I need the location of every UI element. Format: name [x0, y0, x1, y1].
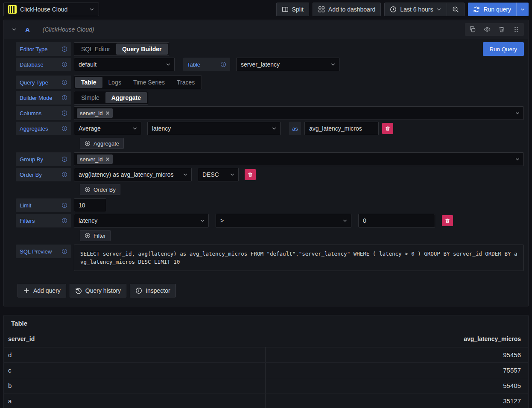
info-icon[interactable] [220, 61, 226, 67]
add-query-button[interactable]: Add query [18, 284, 66, 297]
filters-row: Filters latency > [16, 214, 524, 227]
run-query-label: Run query [483, 6, 511, 13]
table-label: Table [183, 58, 230, 71]
sql-preview-text: SELECT server_id, avg(latency) as avg_la… [74, 245, 524, 271]
info-icon[interactable] [61, 95, 67, 101]
add-aggregate-subrow: Aggregate [80, 138, 524, 149]
chevron-down-icon [330, 62, 336, 67]
add-filter-button[interactable]: Filter [80, 230, 111, 241]
table-select[interactable]: server_latency [236, 58, 339, 71]
database-label: Database [16, 58, 71, 71]
table-row[interactable]: c 75557 [4, 363, 528, 378]
limit-row: Limit [16, 198, 524, 212]
chevron-down-icon [89, 7, 94, 12]
aggregate-column-select[interactable]: latency [147, 122, 281, 135]
builder-mode-toggle: Simple Aggregate [74, 91, 148, 105]
query-type-row: Query Type Table Logs Time Series Traces [16, 76, 524, 89]
columns-multiselect[interactable]: server_id [74, 106, 524, 120]
editor-type-option-sql-editor[interactable]: SQL Editor [75, 44, 116, 55]
database-table-row: Database default Table [16, 58, 524, 71]
run-query-button[interactable]: Run query [468, 3, 516, 16]
chevron-down-icon [515, 157, 520, 162]
remove-query-trash-icon[interactable] [498, 26, 505, 33]
run-query-options-button[interactable] [516, 3, 529, 16]
datasource-picker[interactable]: ClickHouse Cloud [3, 3, 99, 16]
chevron-down-icon [183, 172, 188, 177]
query-datasource-hint: (ClickHouse Cloud) [43, 26, 94, 33]
drag-handle-grip-icon[interactable] [513, 26, 520, 33]
table-row[interactable]: a 35127 [4, 393, 528, 408]
time-range-label: Last 6 hours [400, 6, 433, 13]
filter-value-input[interactable] [358, 214, 435, 227]
query-builder-body: Editor Type SQL Editor Query Builder Run… [4, 39, 528, 306]
time-range-picker[interactable]: Last 6 hours [385, 3, 447, 16]
zoom-out-time-button[interactable] [447, 3, 464, 16]
query-actions [465, 23, 524, 36]
table-row[interactable]: d 95456 [4, 347, 528, 363]
chevron-down-icon [272, 126, 277, 131]
aggregate-function-select[interactable]: Average [74, 122, 141, 135]
info-circle-icon [135, 287, 142, 294]
query-type-option-traces[interactable]: Traces [171, 77, 201, 88]
limit-input[interactable] [74, 198, 106, 212]
group-by-multiselect[interactable]: server_id [74, 152, 524, 166]
editor-type-label: Editor Type [16, 42, 71, 56]
table-row[interactable]: b 55405 [4, 378, 528, 393]
order-by-field-select[interactable]: avg(latency) as avg_latency_micros [74, 168, 192, 181]
info-icon[interactable] [61, 172, 67, 178]
limit-label: Limit [16, 198, 71, 212]
split-icon [282, 6, 289, 13]
editor-type-option-query-builder[interactable]: Query Builder [116, 44, 168, 55]
query-editor-footer: Add query Query history Inspector [16, 273, 524, 302]
chevron-down-icon [436, 7, 441, 12]
split-button[interactable]: Split [276, 3, 309, 16]
query-type-option-table[interactable]: Table [75, 77, 102, 88]
aggregate-alias-input[interactable] [304, 122, 379, 135]
query-history-button[interactable]: Query history [70, 284, 126, 297]
info-icon[interactable] [61, 218, 67, 224]
remove-chip-icon[interactable] [105, 111, 110, 115]
order-by-direction-select[interactable]: DESC [198, 168, 239, 181]
table-panel: Table server_id avg_latency_micros d 954… [3, 315, 529, 408]
collapse-chevron-icon[interactable] [10, 25, 18, 34]
chevron-down-icon [515, 111, 520, 116]
query-type-label: Query Type [16, 76, 71, 89]
info-icon[interactable] [61, 79, 67, 85]
filter-operator-select[interactable]: > [216, 214, 351, 227]
hide-query-eye-icon[interactable] [484, 26, 491, 33]
query-row-header[interactable]: A (ClickHouse Cloud) [4, 20, 528, 39]
remove-order-by-button[interactable] [245, 169, 256, 180]
chevron-down-icon [132, 126, 137, 131]
plus-circle-icon [85, 140, 91, 146]
info-icon[interactable] [61, 125, 67, 131]
database-select[interactable]: default [74, 58, 175, 71]
remove-chip-icon[interactable] [105, 157, 110, 161]
column-chip: server_id [77, 108, 113, 118]
column-header-server-id[interactable]: server_id [4, 335, 266, 342]
order-by-label: Order By [16, 168, 71, 181]
builder-mode-option-aggregate[interactable]: Aggregate [105, 92, 147, 103]
info-icon[interactable] [61, 110, 67, 116]
info-icon[interactable] [61, 202, 67, 208]
filter-column-select[interactable]: latency [74, 214, 209, 227]
run-query-panel-button[interactable]: Run Query [483, 42, 524, 56]
builder-mode-option-simple[interactable]: Simple [75, 92, 105, 103]
add-aggregate-button[interactable]: Aggregate [80, 138, 124, 149]
builder-mode-row: Builder Mode Simple Aggregate [16, 91, 524, 105]
query-type-option-logs[interactable]: Logs [102, 77, 127, 88]
query-ref-id[interactable]: A [25, 26, 30, 33]
add-to-dashboard-button[interactable]: Add to dashboard [313, 3, 381, 16]
info-icon[interactable] [61, 248, 67, 254]
column-header-avg-latency-micros[interactable]: avg_latency_micros [266, 335, 528, 342]
plus-icon [23, 287, 30, 294]
info-icon[interactable] [61, 61, 67, 67]
remove-filter-button[interactable] [442, 215, 453, 226]
query-type-option-time-series[interactable]: Time Series [127, 77, 171, 88]
query-editor-panel: A (ClickHouse Cloud) Editor Type [3, 20, 529, 306]
add-order-by-button[interactable]: Order By [80, 184, 120, 195]
remove-aggregate-button[interactable] [382, 123, 393, 134]
info-icon[interactable] [61, 156, 67, 162]
inspector-button[interactable]: Inspector [130, 284, 176, 297]
duplicate-query-icon[interactable] [469, 26, 476, 33]
info-icon[interactable] [61, 46, 67, 52]
